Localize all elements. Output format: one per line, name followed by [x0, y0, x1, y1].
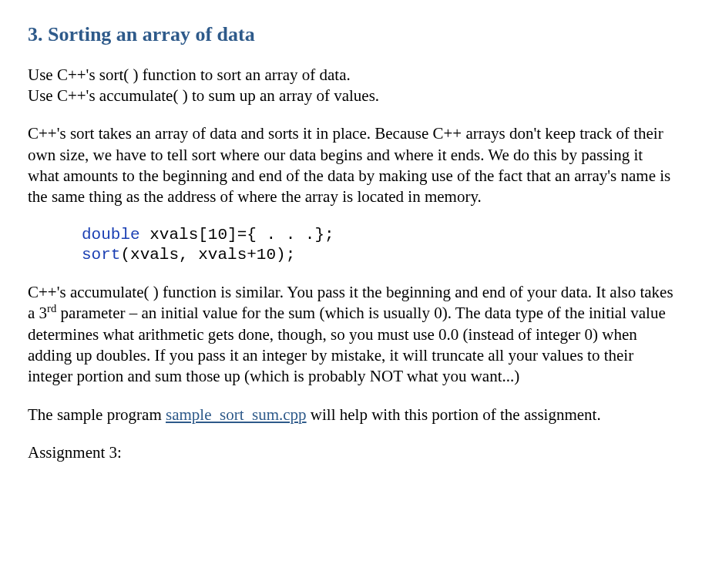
sample-pre: The sample program	[28, 405, 166, 424]
code-block: double xvals[10]={ . . .}; sort(xvals, x…	[82, 225, 674, 266]
intro-line-2: Use C++'s accumulate( ) to sum up an arr…	[28, 86, 379, 105]
code-keyword-double: double	[82, 226, 140, 244]
intro-line-1: Use C++'s sort( ) function to sort an ar…	[28, 66, 351, 84]
code-line2-rest: (xvals, xvals+10);	[120, 246, 295, 264]
accum-post: parameter – an initial value for the sum…	[28, 304, 666, 385]
sample-program-link[interactable]: sample_sort_sum.cpp	[166, 405, 307, 424]
code-fn-sort: sort	[82, 246, 120, 264]
accumulate-explanation-paragraph: C++'s accumulate( ) function is similar.…	[28, 282, 674, 387]
intro-paragraph: Use C++'s sort( ) function to sort an ar…	[28, 65, 674, 107]
sort-explanation-paragraph: C++'s sort takes an array of data and so…	[28, 123, 674, 207]
assignment-label: Assignment 3:	[28, 442, 674, 463]
sample-program-paragraph: The sample program sample_sort_sum.cpp w…	[28, 405, 674, 425]
code-line1-rest: xvals[10]={ . . .};	[140, 226, 334, 244]
section-title: 3. Sorting an array of data	[28, 22, 674, 48]
sample-post: will help with this portion of the assig…	[307, 405, 601, 424]
ordinal-suffix: rd	[47, 302, 56, 314]
document-page: 3. Sorting an array of data Use C++'s so…	[0, 0, 702, 588]
